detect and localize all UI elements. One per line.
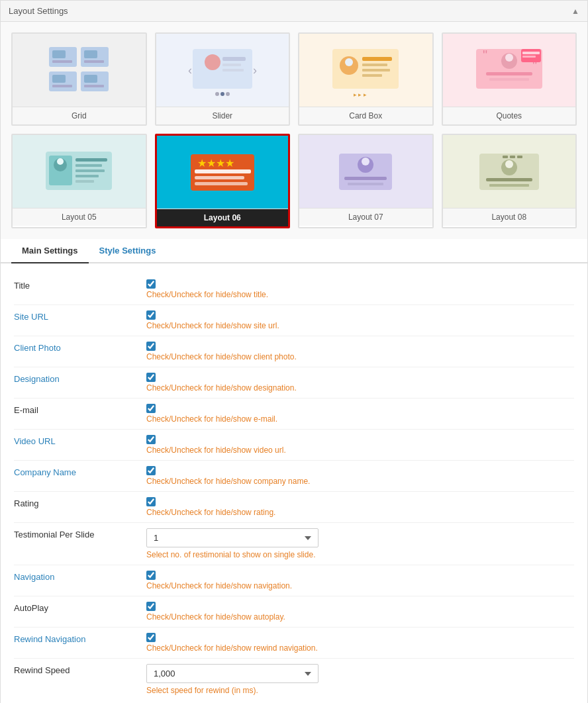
field-company-name: Company Name Check/Uncheck for hide/show… [14,461,574,492]
svg-point-13 [205,54,220,70]
svg-point-17 [215,92,219,96]
layout-label-cardbox: Card Box [299,107,432,124]
svg-point-61 [505,160,513,168]
hint-client-photo: Check/Uncheck for hide/show client photo… [146,352,574,361]
layout-card-layout05[interactable]: Layout 05 [11,134,147,228]
label-rewind-navigation: Rewind Navigation [14,633,146,644]
checkbox-rating[interactable] [146,497,156,506]
svg-rect-14 [222,57,246,61]
control-testimonial-per-slide: 1 2 3 4 Select no. of restimonial to sho… [146,528,574,559]
layout-card-slider[interactable]: ‹ › Slider [155,32,291,126]
svg-rect-62 [486,178,532,181]
layout-grid: Grid ‹ › Slider [1,22,587,239]
svg-rect-46 [75,169,105,172]
label-rating: Rating [14,497,146,508]
field-site-url: Site URL Check/Uncheck for hide/show sit… [14,305,574,336]
checkbox-video-url[interactable] [146,435,156,444]
layout-label-layout08: Layout 08 [443,208,576,226]
svg-rect-38 [522,52,540,54]
field-testimonial-per-slide: Testimonial Per Slide 1 2 3 4 Select no.… [14,523,574,565]
label-designation: Designation [14,373,146,384]
checkbox-client-photo[interactable] [146,342,156,351]
svg-rect-9 [52,85,72,87]
select-testimonial-per-slide[interactable]: 1 2 3 4 [146,528,318,547]
layout-preview-quotes: " " [443,34,576,107]
layout-preview-layout08 [443,135,576,208]
panel-title: Layout Settings [9,6,68,16]
hint-autoplay: Check/Uncheck for hide/show autoplay. [146,612,574,622]
label-site-url: Site URL [14,310,146,322]
svg-rect-48 [75,180,94,183]
tab-main-settings[interactable]: Main Settings [11,239,89,263]
layout-preview-grid [13,34,146,107]
svg-rect-52 [195,176,244,179]
control-autoplay: Check/Uncheck for hide/show autoplay. [146,602,574,622]
svg-rect-47 [75,175,99,177]
label-company-name: Company Name [14,466,146,477]
control-rating: Check/Uncheck for hide/show rating. [146,497,574,517]
hint-video-url: Check/Uncheck for hide/show video url. [146,445,574,455]
svg-point-43 [57,158,64,165]
checkbox-autoplay[interactable] [146,602,156,611]
checkbox-site-url[interactable] [146,310,156,320]
layout-preview-layout06: ★★★★ [157,136,289,209]
collapse-icon[interactable]: ▲ [571,7,579,16]
svg-rect-27 [362,69,390,71]
svg-rect-26 [362,64,387,66]
svg-rect-34 [489,78,529,81]
hint-rating: Check/Uncheck for hide/show rating. [146,508,574,517]
label-client-photo: Client Photo [14,342,146,353]
layout-label-quotes: Quotes [443,107,576,124]
checkbox-email[interactable] [146,404,156,413]
svg-rect-11 [84,85,104,87]
field-video-url: Video URL Check/Uncheck for hide/show vi… [14,430,574,461]
label-title: Title [14,279,146,291]
svg-rect-4 [52,50,66,58]
settings-tabs: Main Settings Style Settings [1,239,587,263]
layout-card-layout06[interactable]: ★★★★ Layout 06 [155,134,291,228]
svg-rect-53 [195,182,248,185]
tab-style-settings[interactable]: Style Settings [89,239,167,263]
svg-rect-33 [486,72,532,75]
svg-rect-15 [222,64,241,66]
field-designation: Designation Check/Uncheck for hide/show … [14,367,574,398]
control-navigation: Check/Uncheck for hide/show navigation. [146,571,574,590]
layout-label-slider: Slider [156,107,289,124]
field-email: E-mail Check/Uncheck for hide/show e-mai… [14,398,574,430]
control-email: Check/Uncheck for hide/show e-mail. [146,404,574,424]
control-video-url: Check/Uncheck for hide/show video url. [146,435,574,455]
layout-card-layout08[interactable]: Layout 08 [442,134,577,228]
svg-rect-25 [362,57,392,61]
svg-text:▸ ▸ ▸: ▸ ▸ ▸ [354,91,367,98]
layout-card-layout07[interactable]: Layout 07 [298,134,434,228]
svg-rect-64 [503,156,508,158]
svg-point-24 [345,58,353,66]
svg-text:‹: ‹ [188,64,192,77]
layout-card-cardbox[interactable]: ▸ ▸ ▸ Card Box [298,32,434,126]
layout-preview-layout07 [299,135,432,208]
svg-rect-63 [489,184,529,187]
svg-rect-39 [522,56,536,58]
svg-rect-44 [75,158,107,162]
checkbox-navigation[interactable] [146,571,156,580]
svg-rect-65 [510,156,515,158]
hint-company-name: Check/Uncheck for hide/show company name… [146,477,574,486]
layout-card-grid[interactable]: Grid [11,32,147,126]
svg-rect-66 [517,156,522,158]
svg-text:★★★★: ★★★★ [197,158,234,169]
svg-point-56 [362,158,369,165]
control-title: Check/Uncheck for hide/show title. [146,279,574,299]
select-rewind-speed[interactable]: 1,000 2,000 3,000 500 [146,664,318,683]
main-settings-form: Title Check/Uncheck for hide/show title.… [1,263,587,703]
checkbox-title[interactable] [146,279,156,289]
svg-rect-51 [195,169,251,173]
checkbox-company-name[interactable] [146,466,156,475]
label-testimonial-per-slide: Testimonial Per Slide [14,528,146,539]
control-company-name: Check/Uncheck for hide/show company name… [146,466,574,486]
svg-rect-12 [193,49,252,89]
checkbox-designation[interactable] [146,373,156,382]
hint-navigation: Check/Uncheck for hide/show navigation. [146,581,574,590]
field-navigation: Navigation Check/Uncheck for hide/show n… [14,565,574,596]
layout-card-quotes[interactable]: " " Quotes [442,32,577,126]
checkbox-rewind-navigation[interactable] [146,633,156,642]
